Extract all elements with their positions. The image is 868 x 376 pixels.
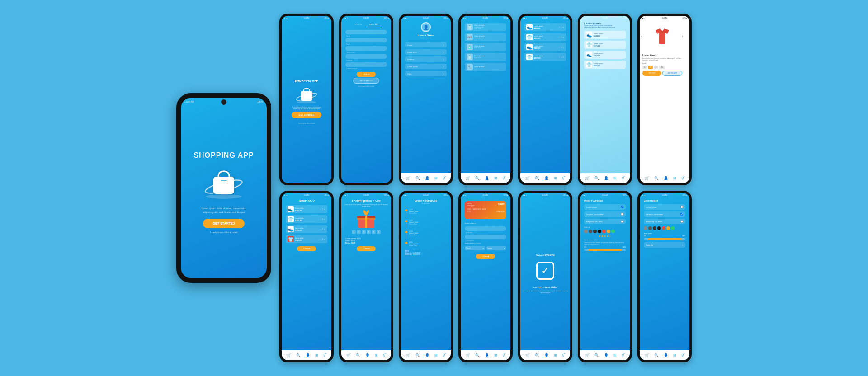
nav-gender-icon[interactable]: ⚥ <box>323 353 326 357</box>
swatch-black[interactable] <box>598 230 601 233</box>
pdetail-item-3[interactable]: 👟 Lorem ipsum $167,00 <box>584 51 626 59</box>
field-name[interactable] <box>345 30 387 34</box>
swatch-gray[interactable] <box>584 230 588 233</box>
filter-swatch-orange[interactable] <box>666 226 670 230</box>
filter-check-3[interactable] <box>680 220 683 223</box>
ordsum-item-2[interactable]: Sit amet, consectetur <box>584 212 626 217</box>
nav-cart-icon[interactable]: 🛒 <box>645 353 649 357</box>
menu-dolor[interactable]: Dolor › <box>405 71 447 76</box>
nav-gender-icon[interactable]: ⚥ <box>502 176 505 180</box>
nav-user-icon[interactable]: 👤 <box>544 176 549 180</box>
btn-get-started[interactable]: GET STARTED <box>353 78 379 84</box>
ordsum-item-3[interactable]: Adipiscing elit, amet <box>584 219 626 224</box>
payment-cta[interactable]: LOREM <box>476 254 495 259</box>
nav-user-icon[interactable]: 👤 <box>365 353 370 357</box>
filter-item-3[interactable]: Adipiscing elit, amet <box>644 219 685 224</box>
nav-search-icon[interactable]: 🔍 <box>356 353 360 357</box>
filter-check-2[interactable] <box>680 213 683 216</box>
nav-grid-icon[interactable]: ⊞ <box>613 176 617 180</box>
payment-input-2[interactable] <box>465 235 506 239</box>
nav-gender-icon[interactable]: ⚥ <box>562 176 565 180</box>
pdetail-item-2[interactable]: 👕 Lorem ipsum $371,00 <box>584 41 626 49</box>
nav-search-icon[interactable]: 🔍 <box>415 353 420 357</box>
nav-user-icon[interactable]: 👤 <box>485 353 489 357</box>
menu-lorem[interactable]: Lorem › <box>405 42 447 47</box>
ordsum-check-2[interactable] <box>621 213 623 216</box>
nav-cart-icon[interactable]: 🛒 <box>287 353 291 357</box>
plist-item-2[interactable]: 👕 Lorem ipsum $371,00 - 1 + <box>524 33 566 41</box>
nav-user-icon[interactable]: 👤 <box>425 353 429 357</box>
filter-item-2[interactable]: Sit amet, consectetur <box>644 212 685 217</box>
filter-swatch-gray[interactable] <box>644 226 647 230</box>
nav-search-icon[interactable]: 🔍 <box>654 176 659 180</box>
tab-login[interactable]: LOG IN <box>351 22 364 27</box>
nav-grid-icon[interactable]: ⊞ <box>673 353 676 357</box>
nav-gender-icon[interactable]: ⚥ <box>562 353 565 357</box>
plist-item-3[interactable]: 👟 Lorem ipsum $167,00 - 1 + <box>524 43 566 51</box>
swatch-charcoal[interactable] <box>593 230 597 233</box>
nav-grid-icon[interactable]: ⊞ <box>554 176 557 180</box>
cat-item-5[interactable]: 🔧 Dolor sit amet <box>465 63 506 71</box>
ordsum-check-1[interactable] <box>621 206 623 208</box>
filter-swatch-dark-gray[interactable] <box>648 226 652 230</box>
ordsum-check-3[interactable] <box>621 220 623 223</box>
nav-cart-icon[interactable]: 🛒 <box>466 176 470 180</box>
filter-swatch-green[interactable] <box>671 226 675 230</box>
nav-grid-icon[interactable]: ⊞ <box>613 353 617 357</box>
nav-gender-icon[interactable]: ⚥ <box>622 353 625 357</box>
nav-grid-icon[interactable]: ⊞ <box>315 353 318 357</box>
cart-item-3[interactable]: 👟 Lorem dolor $157,00 - 1 + <box>286 225 327 233</box>
nav-grid-icon[interactable]: ⊞ <box>494 353 497 357</box>
tab-signup[interactable]: SIGN UP <box>366 22 381 27</box>
nav-search-icon[interactable]: 🔍 <box>535 353 539 357</box>
nav-gender-icon[interactable]: ⚥ <box>681 353 684 357</box>
btn-buy-now[interactable]: BUY NOW <box>642 70 661 76</box>
nav-grid-icon[interactable]: ⊞ <box>434 353 438 357</box>
nav-search-icon[interactable]: 🔍 <box>415 176 420 180</box>
cat-item-4[interactable]: 👕 Dolor sit amet Dolor 0 sit <box>465 53 506 61</box>
swatch-red[interactable] <box>602 230 606 233</box>
menu-sit-amet[interactable]: Sit amet › <box>405 56 447 62</box>
cart-item-4[interactable]: 👕 Lorem dolor $371,00 - 1 + <box>286 235 327 243</box>
field-phone[interactable] <box>345 46 387 51</box>
pdetail-item-4[interactable]: 👕 Lorem ipsum $371,00 <box>584 61 626 69</box>
nav-grid-icon[interactable]: ⊞ <box>554 353 557 357</box>
shirt-next[interactable]: › <box>682 34 683 38</box>
nav-user-icon[interactable]: 👤 <box>604 176 609 180</box>
nav-user-icon[interactable]: 👤 <box>485 176 489 180</box>
cart-item-1[interactable]: 👟 Lorem dolor $134,00 - 1 + <box>286 205 327 213</box>
nav-search-icon[interactable]: 🔍 <box>535 176 539 180</box>
nav-user-icon[interactable]: 👤 <box>544 353 549 357</box>
cat-item-1[interactable]: 👕 Dolor sit amet Longporium elit Dolor: … <box>465 23 506 31</box>
nav-user-icon[interactable]: 👤 <box>664 176 668 180</box>
nav-search-icon[interactable]: 🔍 <box>594 176 599 180</box>
splash-cta[interactable]: GET STARTED <box>292 112 322 118</box>
filter-swatch-red[interactable] <box>662 226 665 230</box>
nav-cart-icon[interactable]: 🛒 <box>406 353 410 357</box>
price-range-slider[interactable] <box>584 249 626 251</box>
size-m[interactable]: M <box>648 66 653 69</box>
swatch-green[interactable] <box>611 230 615 233</box>
nav-cart-icon[interactable]: 🛒 <box>585 353 590 357</box>
nav-cart-icon[interactable]: 🛒 <box>466 353 470 357</box>
nav-search-icon[interactable]: 🔍 <box>475 353 480 357</box>
swatch-dark-gray[interactable] <box>589 230 592 233</box>
nav-cart-icon[interactable]: 🛒 <box>346 353 351 357</box>
get-started-button[interactable]: GET STARTED <box>203 219 245 228</box>
cat-item-3[interactable]: 🧴 Dolor sit amet Dolor 0 sit <box>465 43 506 51</box>
size-l[interactable]: L <box>654 66 658 69</box>
nav-search-icon[interactable]: 🔍 <box>654 353 659 357</box>
nav-search-icon[interactable]: 🔍 <box>594 353 599 357</box>
plist-item-1[interactable]: 👟 Lorem ipsum $134,00 - 1 + <box>524 23 566 31</box>
filter-check-1[interactable] <box>680 206 683 208</box>
field-password[interactable] <box>345 54 387 59</box>
nav-grid-icon[interactable]: ⊞ <box>494 176 497 180</box>
nav-user-icon[interactable]: 👤 <box>604 353 609 357</box>
nav-gender-icon[interactable]: ⚥ <box>681 176 684 180</box>
btn-add-to-cart[interactable]: ADD TO CART <box>662 70 682 76</box>
cat-item-2[interactable]: 👓 Dolor sit amet Lorem ipsum sit <box>465 33 506 41</box>
swatch-orange[interactable] <box>607 230 610 233</box>
ordsum-item-1[interactable]: Lorem ipsum <box>584 204 626 210</box>
nav-user-icon[interactable]: 👤 <box>306 353 310 357</box>
nav-gender-icon[interactable]: ⚥ <box>443 353 446 357</box>
